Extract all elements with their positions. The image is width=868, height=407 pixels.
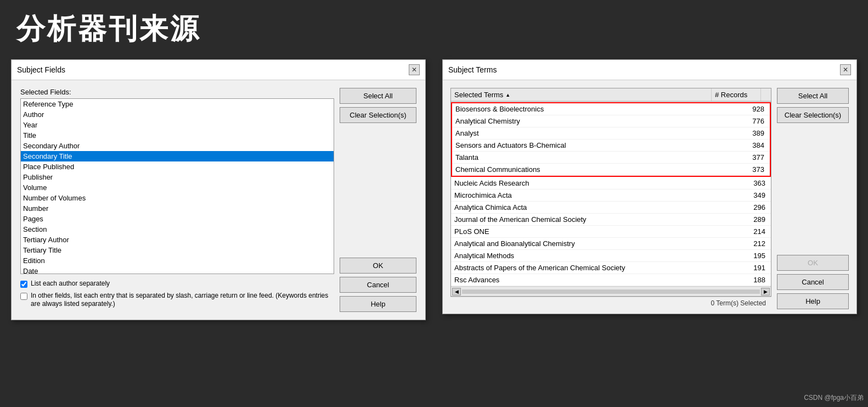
st-cancel-button[interactable]: Cancel [777, 274, 849, 290]
subject-terms-title: Subject Terms [448, 65, 497, 74]
sf-list-item[interactable]: Year [21, 120, 334, 130]
records-cell: 195 [722, 250, 771, 261]
sf-list-item[interactable]: Title [21, 130, 334, 141]
records-cell: 377 [720, 152, 770, 163]
records-cell: 289 [722, 214, 771, 225]
subject-fields-title: Subject Fields [17, 65, 65, 74]
term-cell: Analytical Methods [451, 250, 722, 261]
hscroll-track[interactable] [462, 289, 760, 294]
subject-fields-dialog: Subject Fields ✕ Selected Fields: Refere… [11, 59, 426, 320]
other-fields-checkbox[interactable] [20, 293, 27, 300]
term-cell: Rsc Advances [451, 274, 722, 286]
records-cell: 389 [720, 127, 770, 139]
selected-fields-label: Selected Fields: [20, 88, 334, 96]
term-cell: Analytical Chemistry [452, 115, 720, 127]
sf-list-item[interactable]: Place Published [21, 161, 334, 172]
sf-cancel-button[interactable]: Cancel [340, 277, 416, 293]
sf-list-item[interactable]: Publisher [21, 172, 334, 182]
term-cell: Abstracts of Papers of the American Chem… [451, 262, 722, 274]
term-cell: Analyst [452, 127, 720, 139]
term-cell: Microchimica Acta [451, 189, 722, 201]
selected-rows-group: Biosensors & Bioelectronics928Analytical… [451, 102, 771, 177]
subject-fields-titlebar: Subject Fields ✕ [12, 60, 425, 80]
subject-fields-close-button[interactable]: ✕ [409, 64, 420, 75]
table-row[interactable]: Talanta377 [452, 152, 770, 164]
records-cell: 776 [720, 115, 770, 127]
sort-arrow-terms: ▲ [505, 92, 510, 98]
table-row[interactable]: Analyst389 [452, 127, 770, 140]
term-cell: Biosensors & Bioelectronics [452, 103, 720, 115]
term-cell: Journal of the American Chemical Society [451, 214, 722, 225]
table-row[interactable]: Rsc Advances188 [451, 274, 771, 286]
st-help-button[interactable]: Help [777, 293, 849, 309]
records-cell: 384 [720, 140, 770, 151]
sf-list-item[interactable]: Section [21, 224, 334, 235]
col-terms-header: Selected Terms ▲ [451, 88, 712, 101]
term-cell: Sensors and Actuators B-Chemical [452, 140, 720, 151]
hscroll-right-button[interactable]: ▶ [761, 288, 770, 296]
subject-terms-dialog: Subject Terms ✕ Selected Terms ▲ # Recor… [442, 59, 857, 314]
sf-list-item[interactable]: Secondary Title [21, 151, 334, 161]
table-row[interactable]: Sensors and Actuators B-Chemical384 [452, 140, 770, 152]
sf-list-item[interactable]: Secondary Author [21, 141, 334, 151]
records-cell: 373 [720, 164, 770, 175]
term-cell: Analytica Chimica Acta [451, 202, 722, 213]
sf-list-item[interactable]: Reference Type [21, 99, 334, 109]
list-author-label: List each author separately [31, 280, 110, 288]
table-row[interactable]: Analytical Chemistry776 [452, 115, 770, 127]
sf-list-item[interactable]: Tertiary Title [21, 245, 334, 255]
records-cell: 928 [720, 103, 770, 115]
subject-terms-titlebar: Subject Terms ✕ [443, 60, 856, 80]
page-title: 分析器刊来源 [0, 0, 868, 54]
term-cell: Analytical and Bioanalytical Chemistry [451, 238, 722, 249]
records-cell: 212 [722, 238, 771, 249]
sf-list-item[interactable]: Number [21, 203, 334, 214]
records-cell: 363 [722, 177, 771, 189]
hscroll-left-button[interactable]: ◀ [452, 288, 461, 296]
sf-help-button[interactable]: Help [340, 296, 416, 312]
records-cell: 214 [722, 226, 771, 237]
table-row[interactable]: Nucleic Acids Research363 [451, 177, 771, 189]
table-row[interactable]: Microchimica Acta349 [451, 189, 771, 202]
st-status-bar: 0 Term(s) Selected [450, 297, 771, 309]
term-cell: Talanta [452, 152, 720, 163]
sf-list-item[interactable]: Date [21, 266, 334, 274]
table-row[interactable]: PLoS ONE214 [451, 226, 771, 238]
sf-list-item[interactable]: Pages [21, 214, 334, 224]
subject-terms-close-button[interactable]: ✕ [840, 64, 851, 75]
table-row[interactable]: Journal of the American Chemical Society… [451, 214, 771, 226]
sf-list-item[interactable]: Author [21, 109, 334, 120]
sf-list-item[interactable]: Edition [21, 255, 334, 266]
records-cell: 191 [722, 262, 771, 274]
sf-list-item[interactable]: Tertiary Author [21, 235, 334, 245]
records-cell: 188 [722, 274, 771, 286]
subject-fields-listbox[interactable]: Reference TypeAuthorYearTitleSecondary A… [20, 98, 334, 274]
term-cell: Chemical Communications [452, 164, 720, 175]
st-table-body[interactable]: Biosensors & Bioelectronics928Analytical… [451, 102, 771, 286]
st-table-header: Selected Terms ▲ # Records [451, 88, 771, 102]
st-select-all-button[interactable]: Select All [777, 88, 849, 104]
sf-ok-button[interactable]: OK [340, 258, 416, 274]
table-row[interactable]: Analytical and Bioanalytical Chemistry21… [451, 238, 771, 250]
table-row[interactable]: Biosensors & Bioelectronics928 [452, 103, 770, 115]
list-author-checkbox[interactable] [20, 281, 27, 288]
sf-list-item[interactable]: Volume [21, 182, 334, 193]
records-cell: 296 [722, 202, 771, 213]
st-clear-selection-button[interactable]: Clear Selection(s) [777, 107, 849, 123]
table-row[interactable]: Chemical Communications373 [452, 164, 770, 176]
term-cell: Nucleic Acids Research [451, 177, 722, 189]
st-ok-button[interactable]: OK [777, 255, 849, 271]
term-cell: PLoS ONE [451, 226, 722, 237]
other-fields-label: In other fields, list each entry that is… [31, 292, 334, 309]
col-records-header: # Records [712, 88, 761, 101]
table-row[interactable]: Analytica Chimica Acta296 [451, 202, 771, 214]
subject-terms-table: Selected Terms ▲ # Records Biosensors & … [450, 88, 771, 297]
sf-list-item[interactable]: Number of Volumes [21, 193, 334, 203]
sf-clear-selection-button[interactable]: Clear Selection(s) [340, 107, 416, 123]
watermark: CSDN @fpga小百弟 [804, 393, 864, 403]
sf-select-all-button[interactable]: Select All [340, 88, 416, 104]
table-row[interactable]: Analytical Methods195 [451, 250, 771, 262]
col-scroll-header [761, 88, 771, 101]
table-row[interactable]: Abstracts of Papers of the American Chem… [451, 262, 771, 274]
st-horizontal-scrollbar[interactable]: ◀ ▶ [451, 286, 771, 296]
